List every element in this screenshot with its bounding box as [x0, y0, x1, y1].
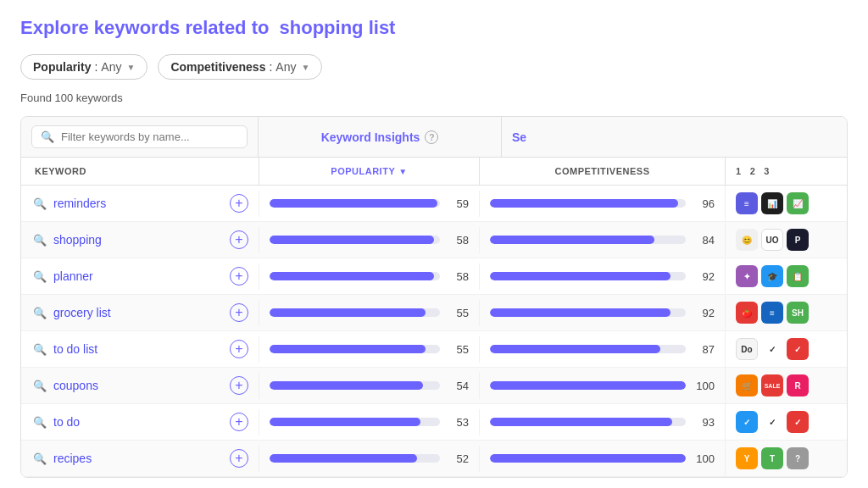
app-icon-5-0[interactable]: 🛒 — [736, 374, 758, 396]
table-row: 🔍 coupons + 54 100 🛒SALER — [21, 368, 847, 404]
competitiveness-bar-bg — [490, 236, 686, 244]
data-rows: 🔍 reminders + 59 96 ≡📊📈 🔍 shopping + 58 … — [21, 186, 847, 477]
add-keyword-button[interactable]: + — [230, 376, 248, 395]
popularity-value: 59 — [448, 197, 469, 210]
competitiveness-value: 100 — [694, 380, 715, 392]
keyword-cell: 🔍 grocery list + — [21, 295, 259, 330]
app-icon-1-0[interactable]: 😊 — [736, 229, 758, 251]
app-icon-1-2[interactable]: P — [787, 229, 809, 251]
app-icon-0-1[interactable]: 📊 — [761, 192, 783, 214]
app-icon-5-2[interactable]: R — [787, 374, 809, 396]
popularity-bar-bg — [270, 454, 440, 463]
col-popularity[interactable]: POPULARITY ▼ — [259, 158, 479, 185]
add-keyword-button[interactable]: + — [230, 303, 248, 322]
popularity-bar-fill — [270, 236, 434, 244]
se-apps-cell: ✦🎓📋 — [725, 258, 826, 294]
se-apps-cell: Do✓✓ — [725, 331, 826, 367]
app-icon-6-1[interactable]: ✓ — [761, 411, 783, 433]
app-icon-2-2[interactable]: 📋 — [787, 265, 809, 287]
popularity-filter[interactable]: Popularity: Any ▼ — [20, 54, 147, 80]
col-competitiveness: COMPETITIVENESS — [479, 158, 725, 185]
found-count: Found 100 keywords — [20, 92, 848, 104]
competitiveness-bar-fill — [490, 272, 670, 280]
popularity-bar-fill — [270, 272, 434, 280]
app-icon-3-2[interactable]: SH — [787, 302, 809, 324]
competitiveness-value: 100 — [694, 452, 715, 465]
app-icon-7-2[interactable]: ? — [787, 447, 809, 469]
popularity-value: 53 — [448, 416, 469, 429]
competitiveness-bar-bg — [490, 345, 686, 353]
app-icon-4-1[interactable]: ✓ — [761, 338, 783, 360]
competitiveness-bar-fill — [490, 454, 686, 463]
app-icon-0-0[interactable]: ≡ — [736, 192, 758, 214]
popularity-cell: 54 — [259, 373, 479, 399]
kw-search-icon: 🔍 — [33, 343, 47, 356]
table-row: 🔍 shopping + 58 84 😊UOP — [21, 222, 847, 258]
competitiveness-bar-bg — [490, 308, 686, 317]
keyword-text[interactable]: to do list — [53, 342, 97, 356]
popularity-cell: 53 — [259, 409, 479, 435]
app-icon-6-2[interactable]: ✓ — [787, 411, 809, 433]
app-icon-2-0[interactable]: ✦ — [736, 265, 758, 287]
competitiveness-bar-fill — [490, 345, 660, 353]
add-keyword-button[interactable]: + — [230, 194, 248, 213]
app-icon-4-2[interactable]: ✓ — [787, 338, 809, 360]
kw-search-icon: 🔍 — [33, 307, 47, 319]
kw-search-icon: 🔍 — [33, 416, 47, 429]
popularity-value: 58 — [448, 234, 469, 247]
app-icon-7-0[interactable]: Y — [736, 447, 758, 469]
keyword-text[interactable]: reminders — [53, 197, 106, 210]
add-keyword-button[interactable]: + — [230, 413, 248, 431]
competitiveness-cell: 100 — [479, 373, 725, 399]
kw-search-icon: 🔍 — [33, 197, 47, 210]
app-icon-3-0[interactable]: 🍅 — [736, 302, 758, 324]
col-se-nums: 1 2 3 — [725, 158, 826, 185]
sort-arrow: ▼ — [398, 167, 407, 176]
table-top-header: 🔍 Keyword Insights ? Se — [21, 117, 847, 158]
app-icon-6-0[interactable]: ✓ — [736, 411, 758, 433]
app-icon-5-1[interactable]: SALE — [761, 374, 783, 396]
keyword-text[interactable]: recipes — [53, 452, 92, 465]
table-row: 🔍 reminders + 59 96 ≡📊📈 — [21, 186, 847, 222]
kw-search-icon: 🔍 — [33, 380, 47, 392]
table-row: 🔍 to do list + 55 87 Do✓✓ — [21, 331, 847, 368]
competitiveness-bar-fill — [490, 308, 670, 317]
popularity-bar-fill — [270, 454, 417, 463]
add-keyword-button[interactable]: + — [230, 267, 248, 286]
competitiveness-cell: 87 — [479, 336, 725, 363]
kw-search-icon: 🔍 — [33, 452, 47, 465]
competitiveness-value: 93 — [694, 416, 715, 429]
competitiveness-filter[interactable]: Competitiveness: Any ▼ — [158, 54, 322, 80]
keyword-text[interactable]: to do — [53, 415, 80, 429]
keyword-filter-input[interactable] — [61, 130, 238, 143]
app-icon-4-0[interactable]: Do — [736, 338, 758, 360]
se-header: Se — [502, 117, 745, 157]
app-icon-2-1[interactable]: 🎓 — [761, 265, 783, 287]
app-icon-0-2[interactable]: 📈 — [787, 192, 809, 214]
competitiveness-bar-bg — [490, 454, 686, 463]
app-icon-3-1[interactable]: ≡ — [761, 302, 783, 324]
table-row: 🔍 recipes + 52 100 YT? — [21, 441, 847, 477]
keyword-text[interactable]: coupons — [53, 379, 98, 392]
add-keyword-button[interactable]: + — [230, 340, 248, 358]
kw-search-icon: 🔍 — [33, 234, 47, 247]
keyword-text[interactable]: shopping — [53, 233, 102, 247]
se-apps-cell: 🍅≡SH — [725, 295, 826, 330]
app-icon-1-1[interactable]: UO — [761, 229, 783, 251]
popularity-cell: 52 — [259, 446, 479, 472]
add-keyword-button[interactable]: + — [230, 230, 248, 249]
keyword-insights-header: Keyword Insights ? — [259, 117, 502, 157]
popularity-bar-fill — [270, 199, 437, 208]
keyword-cell: 🔍 to do + — [21, 404, 259, 440]
add-keyword-button[interactable]: + — [230, 449, 248, 468]
app-icon-7-1[interactable]: T — [761, 447, 783, 469]
popularity-cell: 58 — [259, 263, 479, 290]
popularity-value: 54 — [448, 380, 469, 392]
table-row: 🔍 planner + 58 92 ✦🎓📋 — [21, 258, 847, 295]
help-icon[interactable]: ? — [425, 130, 438, 144]
competitiveness-cell: 84 — [479, 227, 725, 253]
keyword-text[interactable]: grocery list — [53, 306, 111, 319]
competitiveness-bar-bg — [490, 418, 686, 426]
keyword-cell: 🔍 recipes + — [21, 441, 259, 476]
keyword-text[interactable]: planner — [53, 269, 93, 283]
